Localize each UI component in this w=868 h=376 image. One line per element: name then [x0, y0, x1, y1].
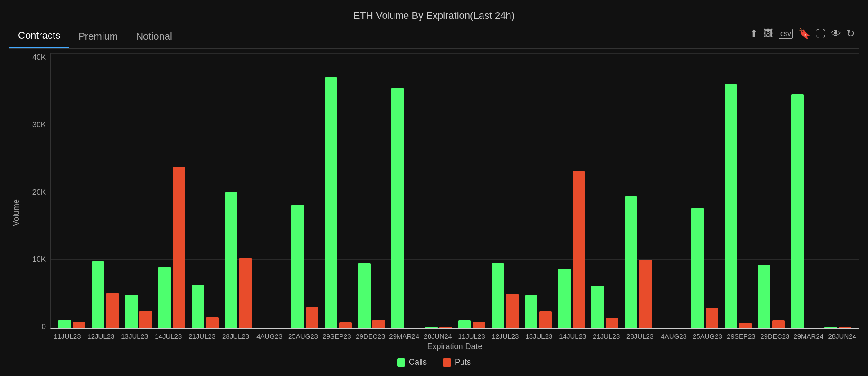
bar-call[interactable] [192, 285, 204, 328]
tab-notional[interactable]: Notional [127, 26, 181, 48]
bar-call[interactable] [492, 263, 504, 328]
bar-call[interactable] [824, 327, 837, 328]
csv-icon[interactable]: csv [779, 29, 793, 39]
bar-call[interactable] [525, 295, 537, 328]
bar-put[interactable] [139, 311, 152, 328]
toolbar: ⬆ 🖼 csv 🔖 ⛶ 👁 ↻ [750, 28, 855, 40]
bar-put[interactable] [306, 307, 318, 328]
chart-title: ETH Volume By Expiration(Last 24h) [9, 4, 859, 25]
bar-group [488, 53, 522, 328]
bar-group [588, 53, 622, 328]
x-tick: 29DEC23 [353, 332, 387, 340]
bar-group [788, 53, 821, 328]
calls-label: Calls [409, 358, 427, 367]
y-tick-20k: 20K [32, 188, 46, 197]
bar-call[interactable] [558, 269, 571, 328]
bar-group [288, 53, 322, 328]
x-tick: 28JUN24 [825, 332, 859, 340]
bar-put[interactable] [206, 317, 219, 328]
bar-group [355, 53, 388, 328]
bar-put[interactable] [106, 293, 119, 328]
bar-group [188, 53, 222, 328]
bar-group [622, 53, 655, 328]
chart-inner: Volume 40K 30K 20K 10K 0 [9, 53, 859, 354]
x-tick: 12JUL23 [84, 332, 118, 340]
bar-group [89, 53, 122, 328]
bar-put[interactable] [706, 308, 718, 328]
bar-put[interactable] [606, 318, 618, 328]
bar-group [122, 53, 155, 328]
chart-container: ETH Volume By Expiration(Last 24h) Contr… [0, 0, 868, 376]
bar-call[interactable] [325, 77, 337, 328]
bar-call[interactable] [758, 265, 770, 328]
bar-group [455, 53, 488, 328]
calls-dot [397, 358, 405, 367]
bar-call[interactable] [691, 208, 704, 328]
x-tick: 28JUL23 [623, 332, 657, 340]
x-tick: 25AUG23 [286, 332, 320, 340]
bar-put[interactable] [239, 258, 252, 328]
bar-group [555, 53, 588, 328]
puts-dot [443, 358, 451, 367]
bar-group [688, 53, 721, 328]
fullscreen-icon[interactable]: ⛶ [816, 28, 826, 40]
tab-contracts[interactable]: Contracts [9, 25, 69, 48]
bar-put[interactable] [573, 171, 585, 328]
bar-call[interactable] [92, 261, 104, 328]
bar-group [322, 53, 355, 328]
bar-put[interactable] [173, 167, 185, 328]
bar-put[interactable] [539, 311, 552, 328]
bar-call[interactable] [458, 320, 471, 328]
bar-call[interactable] [358, 263, 371, 328]
bar-put[interactable] [739, 323, 752, 328]
x-tick: 21JUL23 [185, 332, 219, 340]
bar-put[interactable] [639, 260, 652, 328]
bar-group [55, 53, 89, 328]
bookmark-icon[interactable]: 🔖 [798, 28, 810, 40]
bar-call[interactable] [58, 320, 71, 328]
bar-call[interactable] [158, 267, 171, 328]
bars-row [51, 53, 859, 328]
bar-call[interactable] [425, 327, 438, 328]
bar-call[interactable] [391, 88, 404, 328]
bar-group [255, 53, 288, 328]
bar-call[interactable] [791, 94, 804, 328]
x-axis: 11JUL2312JUL2313JUL2314JUL2321JUL2328JUL… [50, 329, 859, 340]
bar-put[interactable] [372, 320, 385, 328]
bar-call[interactable] [291, 205, 304, 328]
bar-call[interactable] [225, 192, 237, 328]
bar-put[interactable] [772, 320, 785, 328]
x-tick: 21JUL23 [590, 332, 623, 340]
bars-grid [50, 53, 859, 329]
bar-put[interactable] [473, 322, 485, 328]
x-tick: 29MAR24 [387, 332, 421, 340]
x-axis-label: Expiration Date [50, 340, 859, 354]
bar-group [522, 53, 555, 328]
bar-group [721, 53, 755, 328]
bar-call[interactable] [125, 295, 138, 328]
bar-call[interactable] [725, 84, 737, 328]
bar-call[interactable] [591, 286, 604, 328]
bar-put[interactable] [73, 322, 85, 328]
refresh-icon[interactable]: ↻ [846, 28, 855, 40]
share-icon[interactable]: ⬆ [750, 28, 758, 40]
bar-put[interactable] [506, 294, 519, 328]
puts-label: Puts [455, 358, 471, 367]
bar-put[interactable] [839, 327, 851, 328]
x-tick: 12JUL23 [488, 332, 522, 340]
y-axis: 40K 30K 20K 10K 0 [23, 53, 50, 354]
bar-put[interactable] [339, 322, 352, 328]
x-tick: 14JUL23 [556, 332, 590, 340]
eye-icon[interactable]: 👁 [831, 28, 841, 40]
x-tick: 29DEC23 [758, 332, 792, 340]
chart-area: Volume 40K 30K 20K 10K 0 [9, 49, 859, 372]
x-tick: 14JUL23 [152, 332, 185, 340]
x-tick: 4AUG23 [657, 332, 691, 340]
bar-put[interactable] [439, 327, 452, 328]
tab-premium[interactable]: Premium [69, 26, 127, 48]
y-tick-10k: 10K [32, 255, 46, 264]
bar-group [655, 53, 688, 328]
bar-call[interactable] [625, 196, 637, 328]
image-icon[interactable]: 🖼 [763, 28, 773, 40]
bar-group [821, 53, 855, 328]
